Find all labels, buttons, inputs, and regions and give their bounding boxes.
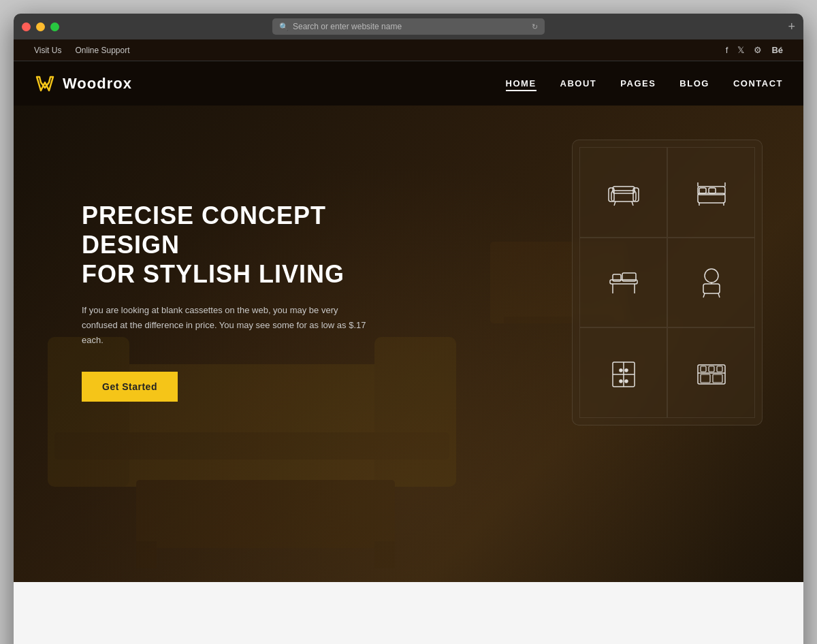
new-tab-button[interactable]: + <box>788 20 795 34</box>
svg-point-39 <box>625 369 628 372</box>
nav-pages[interactable]: PAGES <box>620 78 656 88</box>
facebook-icon[interactable]: f <box>726 45 728 55</box>
svg-rect-47 <box>713 374 722 383</box>
behance-icon[interactable]: Bé <box>771 45 783 55</box>
svg-rect-19 <box>709 188 716 193</box>
svg-rect-30 <box>703 284 720 293</box>
svg-rect-5 <box>136 480 395 548</box>
mac-titlebar: 🔍 Search or enter website name ↻ + <box>14 14 803 39</box>
nav-home[interactable]: HOME <box>506 78 536 88</box>
reload-icon[interactable]: ↻ <box>532 22 538 31</box>
furniture-cell-cabinet[interactable] <box>579 327 667 418</box>
hero-title: PRECISE CONCEPT DESIGN FOR STYLISH LIVIN… <box>82 201 388 289</box>
svg-rect-7 <box>374 541 395 568</box>
search-icon: 🔍 <box>279 22 289 31</box>
settings-icon[interactable]: ⚙ <box>754 45 762 55</box>
svg-rect-4 <box>54 432 449 460</box>
utility-links: Visit Us Online Support <box>34 46 130 55</box>
svg-line-15 <box>632 202 633 206</box>
nav-contact[interactable]: CONTACT <box>733 78 783 88</box>
svg-line-14 <box>614 202 615 206</box>
hero-content: PRECISE CONCEPT DESIGN FOR STYLISH LIVIN… <box>14 106 408 402</box>
svg-rect-10 <box>611 191 636 202</box>
chair-icon <box>694 265 729 300</box>
get-started-button[interactable]: Get Started <box>82 372 178 402</box>
svg-rect-13 <box>613 187 635 193</box>
online-support-link[interactable]: Online Support <box>75 46 129 55</box>
svg-point-40 <box>625 380 628 383</box>
close-button[interactable] <box>22 22 31 31</box>
svg-rect-43 <box>701 366 706 372</box>
hero-description: If you are looking at blank cassettes on… <box>82 303 368 348</box>
bed-icon <box>694 174 729 210</box>
desk-icon <box>606 265 641 300</box>
shelf-icon <box>694 355 729 391</box>
svg-rect-24 <box>610 280 637 284</box>
nav-about[interactable]: ABOUT <box>560 78 597 88</box>
svg-rect-18 <box>699 188 706 193</box>
svg-marker-0 <box>37 77 53 91</box>
svg-rect-45 <box>717 366 722 372</box>
svg-line-32 <box>718 293 720 297</box>
svg-point-29 <box>705 269 718 283</box>
sofa-icon <box>606 174 641 210</box>
svg-rect-44 <box>709 366 714 372</box>
mac-window-buttons <box>22 22 59 31</box>
svg-line-31 <box>703 293 705 297</box>
svg-rect-6 <box>136 541 157 568</box>
minimize-button[interactable] <box>36 22 45 31</box>
furniture-cell-desk[interactable] <box>579 238 667 328</box>
url-text: Search or enter website name <box>293 22 528 31</box>
svg-rect-46 <box>701 374 710 383</box>
logo-text: Woodrox <box>63 75 132 93</box>
furniture-cell-bed[interactable] <box>667 147 755 238</box>
main-navigation: Woodrox HOME ABOUT PAGES BLOG CONTACT <box>14 61 803 106</box>
svg-point-38 <box>620 380 622 383</box>
logo-icon <box>34 73 56 95</box>
utility-bar: Visit Us Online Support f 𝕏 ⚙ Bé <box>14 39 803 61</box>
twitter-icon[interactable]: 𝕏 <box>737 45 744 55</box>
maximize-button[interactable] <box>50 22 59 31</box>
svg-point-37 <box>620 369 622 372</box>
hero-section: PRECISE CONCEPT DESIGN FOR STYLISH LIVIN… <box>14 106 803 582</box>
social-icons: f 𝕏 ⚙ Bé <box>726 45 783 55</box>
nav-blog[interactable]: BLOG <box>679 78 709 88</box>
furniture-cell-sofa[interactable] <box>579 147 667 238</box>
website-content: Visit Us Online Support f 𝕏 ⚙ Bé Woodrox… <box>14 39 803 644</box>
cabinet-icon <box>606 355 641 391</box>
mac-browser-window: 🔍 Search or enter website name ↻ + Visit… <box>14 14 803 644</box>
furniture-cell-shelf[interactable] <box>667 327 755 418</box>
visit-us-link[interactable]: Visit Us <box>34 46 61 55</box>
url-bar[interactable]: 🔍 Search or enter website name ↻ <box>272 18 545 35</box>
furniture-panel <box>572 140 763 425</box>
nav-links: HOME ABOUT PAGES BLOG CONTACT <box>506 78 783 88</box>
below-fold-section <box>14 582 803 644</box>
logo[interactable]: Woodrox <box>34 73 132 95</box>
furniture-cell-chair[interactable] <box>667 238 755 328</box>
